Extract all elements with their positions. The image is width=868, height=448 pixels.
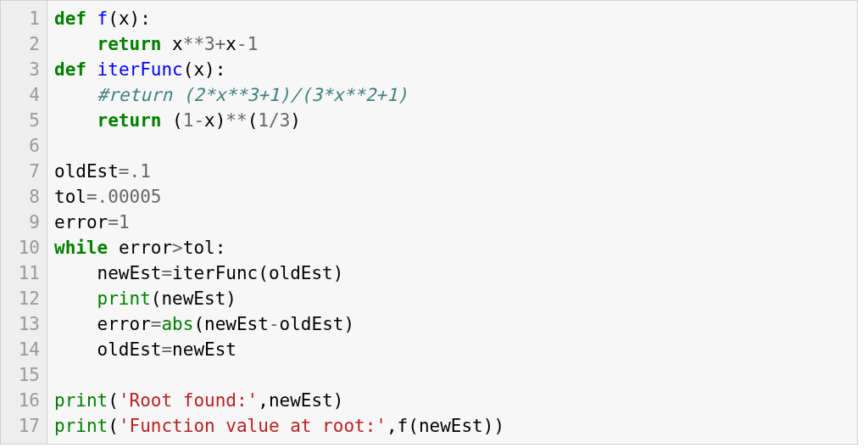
- token-kw: while: [54, 238, 108, 258]
- token-id: x): [204, 110, 225, 131]
- token-id: oldEst: [54, 161, 119, 182]
- line-number: 14: [9, 337, 40, 362]
- line-number: 2: [9, 31, 40, 57]
- line-number: 17: [9, 413, 40, 439]
- token-id: newEst: [97, 263, 162, 283]
- token-id: tol:: [183, 238, 226, 258]
- line-number: 3: [9, 57, 40, 82]
- code-line[interactable]: error=abs(newEst-oldEst): [54, 311, 849, 337]
- line-number: 6: [9, 133, 40, 159]
- token-num: .1: [130, 161, 151, 182]
- token-fn: iterFunc: [97, 59, 183, 80]
- token-op: =: [161, 263, 172, 283]
- code-line[interactable]: return (1-x)**(1/3): [54, 108, 849, 133]
- token-op: =: [108, 212, 119, 232]
- token-id: (: [108, 390, 119, 411]
- token-bn: print: [97, 288, 151, 309]
- token-bn: abs: [161, 314, 193, 334]
- code-line[interactable]: def iterFunc(x):: [54, 57, 849, 82]
- code-area[interactable]: def f(x): return x**3+x-1def iterFunc(x)…: [47, 1, 857, 444]
- line-number: 10: [9, 235, 40, 260]
- token-op: =: [119, 161, 130, 182]
- token-id: (newEst): [151, 288, 236, 309]
- code-line[interactable]: newEst=iterFunc(oldEst): [54, 260, 849, 286]
- token-num: 1: [248, 34, 259, 54]
- token-op: **: [225, 110, 247, 131]
- token-kw: return: [97, 34, 162, 54]
- token-sp: [161, 110, 172, 131]
- line-number: 11: [9, 260, 40, 286]
- token-id: ,newEst): [258, 390, 343, 411]
- token-op: -: [236, 34, 248, 54]
- token-id: (: [172, 110, 183, 131]
- line-number: 15: [9, 362, 40, 388]
- line-number: 8: [9, 184, 40, 210]
- code-block: 1234567891011121314151617 def f(x): retu…: [0, 0, 858, 445]
- code-line[interactable]: [54, 133, 849, 159]
- code-line[interactable]: while error>tol:: [54, 235, 849, 260]
- code-line[interactable]: oldEst=newEst: [54, 337, 849, 362]
- code-line[interactable]: error=1: [54, 210, 849, 235]
- token-id: ,f(newEst)): [387, 416, 504, 436]
- token-num: 1: [183, 110, 194, 131]
- token-num: 3: [280, 110, 291, 131]
- token-sp: [54, 110, 97, 131]
- token-op: =: [151, 314, 162, 334]
- code-line[interactable]: oldEst=.1: [54, 159, 849, 184]
- token-sp: [54, 85, 97, 105]
- code-line[interactable]: def f(x):: [54, 6, 849, 31]
- code-line[interactable]: return x**3+x-1: [54, 31, 849, 57]
- token-sp: [86, 59, 97, 80]
- code-line[interactable]: tol=.00005: [54, 184, 849, 210]
- line-number: 1: [9, 6, 40, 31]
- token-id: x: [172, 34, 183, 54]
- line-number: 7: [9, 159, 40, 184]
- token-id: (newEst: [193, 314, 269, 334]
- token-op: =: [86, 187, 97, 207]
- token-op: -: [269, 314, 280, 334]
- token-bn: print: [54, 390, 108, 411]
- token-op: **: [183, 34, 204, 54]
- line-number: 4: [9, 82, 40, 108]
- code-line[interactable]: print('Function value at root:',f(newEst…: [54, 413, 849, 439]
- token-sp: [161, 34, 172, 54]
- token-kw: def: [54, 8, 86, 29]
- code-line[interactable]: #return (2*x**3+1)/(3*x**2+1): [54, 82, 849, 108]
- token-id: error: [54, 212, 108, 232]
- token-op: >: [172, 238, 183, 258]
- token-op: /: [269, 110, 280, 131]
- token-sp: [108, 238, 119, 258]
- token-op: =: [161, 339, 172, 360]
- token-sp: [86, 8, 97, 29]
- token-str: 'Function value at root:': [119, 416, 387, 436]
- token-num: 3: [204, 34, 215, 54]
- token-cm: #return (2*x**3+1)/(3*x**2+1): [97, 85, 409, 105]
- token-sp: [54, 314, 97, 334]
- code-line[interactable]: [54, 362, 849, 388]
- code-line[interactable]: print('Root found:',newEst): [54, 388, 849, 413]
- code-line[interactable]: print(newEst): [54, 286, 849, 311]
- token-id: error: [119, 238, 172, 258]
- token-sp: [54, 34, 97, 54]
- token-kw: return: [97, 110, 162, 131]
- token-id: (x):: [108, 8, 151, 29]
- line-number: 5: [9, 108, 40, 133]
- token-id: (: [108, 416, 119, 436]
- token-id: ): [290, 110, 301, 131]
- line-number: 13: [9, 311, 40, 337]
- token-str: 'Root found:': [119, 390, 258, 411]
- token-sp: [54, 288, 97, 309]
- token-op: -: [193, 110, 204, 131]
- line-number: 16: [9, 388, 40, 413]
- token-sp: [54, 263, 97, 283]
- token-kw: def: [54, 59, 86, 80]
- token-op: +: [215, 34, 226, 54]
- token-num: 1: [119, 212, 130, 232]
- line-number: 12: [9, 286, 40, 311]
- token-id: error: [97, 314, 151, 334]
- token-num: .00005: [97, 187, 162, 207]
- token-id: x: [225, 34, 236, 54]
- token-id: oldEst: [97, 339, 162, 360]
- line-number: 9: [9, 210, 40, 235]
- token-sp: [54, 339, 97, 360]
